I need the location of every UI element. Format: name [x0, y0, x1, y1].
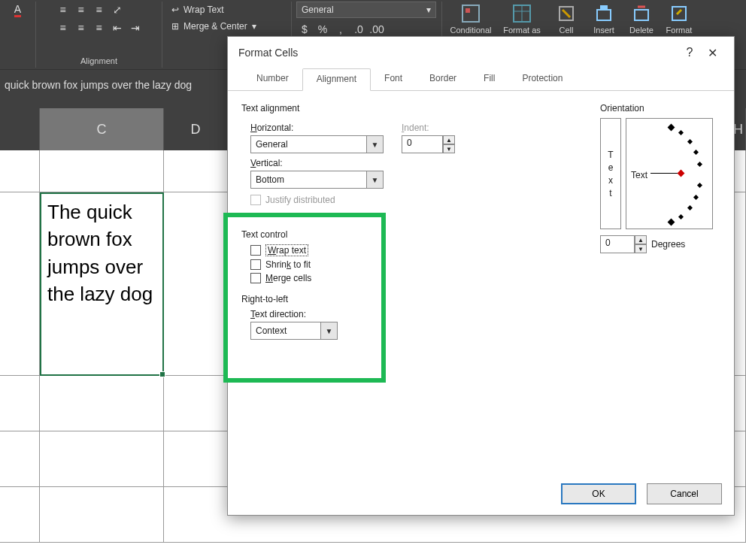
- tutorial-highlight: [223, 213, 386, 383]
- tab-number[interactable]: Number: [243, 68, 302, 90]
- vertical-text-button[interactable]: T e x t: [600, 118, 621, 229]
- merge-center-button[interactable]: ⊞ Merge & Center ▾: [167, 18, 261, 35]
- dial-tick: [668, 219, 675, 226]
- dialog-body: Text alignment HHorizontal:orizontal: Ge…: [228, 91, 734, 476]
- currency-icon[interactable]: $: [296, 21, 313, 38]
- degrees-label: Degrees: [651, 239, 685, 250]
- dropdown-arrow-icon: ▾: [252, 21, 256, 32]
- align-left-icon[interactable]: ≡: [55, 20, 71, 36]
- grid-cell[interactable]: [40, 431, 164, 486]
- increase-indent-icon[interactable]: ⇥: [127, 20, 144, 36]
- dial-text-label: Text: [631, 170, 647, 180]
- vertical-value: Bottom: [250, 171, 367, 189]
- dial-tick: [687, 139, 693, 144]
- tab-protection[interactable]: Protection: [508, 68, 576, 90]
- grid-cell[interactable]: [0, 376, 40, 431]
- align-right-icon[interactable]: ≡: [91, 20, 108, 36]
- orientation-label: Orientation: [600, 103, 720, 114]
- degrees-value[interactable]: 0: [600, 235, 635, 253]
- wrap-text-button[interactable]: ↩ Wrap Text: [167, 2, 229, 18]
- spinner-down-icon[interactable]: ▼: [443, 144, 455, 153]
- spinner-up-icon[interactable]: ▲: [635, 235, 647, 244]
- align-middle-icon[interactable]: ≡: [73, 2, 89, 18]
- grid-cell[interactable]: [0, 192, 40, 375]
- percent-icon[interactable]: %: [314, 21, 331, 38]
- format-label: Format: [666, 26, 693, 35]
- dropdown-arrow-icon[interactable]: ▼: [367, 171, 384, 189]
- merge-center-label: Merge & Center: [183, 21, 247, 32]
- ok-button[interactable]: OK: [561, 483, 636, 504]
- vertical-label: Vertical:: [250, 158, 384, 168]
- tab-alignment[interactable]: Alignment: [302, 68, 371, 91]
- format-cells-dialog: Format Cells ? ✕ Number Alignment Font B…: [227, 36, 735, 516]
- dial-tick: [697, 183, 702, 188]
- horizontal-select[interactable]: General ▼: [250, 135, 384, 153]
- close-button[interactable]: ✕: [701, 41, 723, 64]
- align-top-icon[interactable]: ≡: [55, 2, 71, 18]
- col-header-d[interactable]: D: [164, 108, 228, 150]
- conditional-icon: [460, 3, 481, 24]
- dropdown-arrow-icon[interactable]: ▼: [367, 135, 384, 153]
- grid-cell[interactable]: [0, 487, 40, 542]
- decrease-indent-icon[interactable]: ⇤: [109, 20, 126, 36]
- align-bottom-icon[interactable]: ≡: [91, 2, 108, 18]
- cancel-button[interactable]: Cancel: [647, 483, 722, 504]
- orientation-icon[interactable]: ⤢: [109, 2, 126, 18]
- spinner-down-icon[interactable]: ▼: [635, 244, 647, 253]
- grid-cell[interactable]: [40, 487, 164, 542]
- format-as-label: Format as: [503, 26, 541, 35]
- cell-styles-button[interactable]: Cell: [547, 2, 585, 35]
- cell-label: Cell: [560, 26, 574, 35]
- col-header-c[interactable]: C: [40, 108, 164, 150]
- insert-button[interactable]: Insert: [585, 2, 623, 35]
- comma-icon[interactable]: ,: [332, 21, 349, 38]
- cell-styles-icon: [556, 3, 577, 24]
- wrap-text-label: Wrap Text: [183, 5, 224, 15]
- dropdown-arrow-icon: ▾: [426, 5, 431, 15]
- indent-label: Indent:: [402, 123, 455, 133]
- orientation-dial[interactable]: Text: [626, 118, 713, 229]
- vertical-select[interactable]: Bottom ▼: [250, 171, 384, 189]
- dial-tick: [687, 205, 693, 210]
- delete-button[interactable]: Delete: [623, 2, 660, 35]
- orientation-panel: Orientation T e x t Text: [600, 103, 720, 253]
- number-format-value: General: [302, 5, 334, 15]
- help-button[interactable]: ?: [678, 41, 701, 64]
- justify-distributed-checkbox: [250, 195, 261, 205]
- svg-rect-7: [600, 5, 608, 10]
- active-cell[interactable]: The quick brown fox jumps over the lazy …: [40, 192, 164, 376]
- align-center-icon[interactable]: ≡: [73, 20, 89, 36]
- dialog-footer: OK Cancel: [228, 476, 734, 515]
- spinner-up-icon[interactable]: ▲: [443, 135, 455, 144]
- increase-decimal-icon[interactable]: .0: [350, 21, 367, 38]
- grid-cell[interactable]: [0, 431, 40, 486]
- font-color-button[interactable]: A: [10, 2, 26, 18]
- dial-tick: [668, 124, 675, 132]
- degrees-spinner[interactable]: 0 ▲ ▼: [600, 235, 647, 253]
- delete-icon: [631, 3, 652, 24]
- format-button[interactable]: Format: [660, 2, 698, 35]
- grid-cell[interactable]: [40, 376, 164, 431]
- grid-cell[interactable]: [0, 150, 40, 192]
- active-cell-value: The quick brown fox jumps over the lazy …: [47, 201, 153, 305]
- conditional-label: Conditional: [450, 26, 491, 35]
- delete-label: Delete: [629, 26, 654, 35]
- dialog-title: Format Cells: [238, 47, 298, 59]
- number-format-select[interactable]: General ▾: [296, 2, 436, 18]
- merge-icon: ⊞: [171, 21, 179, 32]
- conditional-formatting-button[interactable]: Conditional: [445, 2, 496, 35]
- grid-cell[interactable]: [40, 150, 164, 192]
- dial-tick: [697, 162, 702, 167]
- dial-tick: [678, 130, 684, 135]
- dial-pointer-end: [678, 170, 685, 177]
- tab-border[interactable]: Border: [416, 68, 470, 90]
- fill-handle[interactable]: [159, 371, 165, 377]
- format-as-table-button[interactable]: Format as: [496, 2, 547, 35]
- indent-value[interactable]: 0: [402, 135, 443, 153]
- tab-font[interactable]: Font: [371, 68, 416, 90]
- dialog-titlebar[interactable]: Format Cells ? ✕: [228, 37, 734, 68]
- svg-rect-1: [465, 8, 470, 13]
- decrease-decimal-icon[interactable]: .00: [368, 21, 385, 38]
- indent-spinner[interactable]: 0 ▲ ▼: [402, 135, 455, 153]
- tab-fill[interactable]: Fill: [470, 68, 508, 90]
